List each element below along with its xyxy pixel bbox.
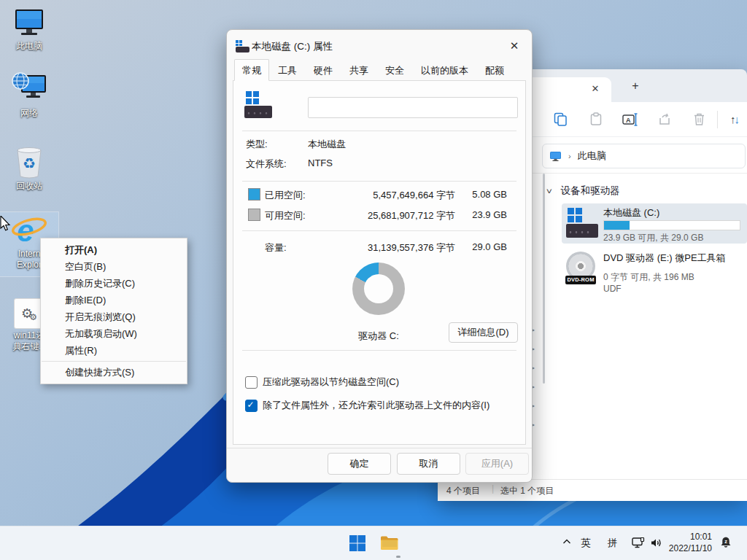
- menu-item-no-addons[interactable]: 无加载项启动(W): [41, 325, 187, 342]
- drive-item-dvd[interactable]: DVD-ROM DVD 驱动器 (E:) 微PE工具箱 0 字节 可用, 共 1…: [562, 249, 747, 290]
- separator: [242, 230, 516, 231]
- ok-button[interactable]: 确定: [328, 453, 391, 475]
- ie-context-menu: 打开(A) 空白页(B) 删除历史记录(C) 删除IE(D) 开启无痕浏览(Q)…: [40, 238, 187, 384]
- free-space-size: 23.9 GB: [472, 209, 507, 220]
- tab-close-icon[interactable]: ✕: [589, 83, 601, 95]
- tray-notification-bell-button[interactable]: z: [719, 536, 732, 551]
- drive-item-c[interactable]: 本地磁盘 (C:) 23.9 GB 可用, 共 29.0 GB: [562, 203, 747, 244]
- status-selected-count: 选中 1 个项目: [500, 485, 554, 497]
- new-tab-button[interactable]: +: [627, 78, 643, 94]
- rename-button[interactable]: A: [622, 112, 638, 127]
- drive-info: 0 字节 可用, 共 196 MB: [603, 271, 694, 284]
- drive-caption: 驱动器 C:: [335, 330, 422, 343]
- taskbar-file-explorer-button[interactable]: [378, 532, 401, 555]
- checkbox-label: 压缩此驱动器以节约磁盘空间(C): [263, 376, 399, 389]
- menu-item-open[interactable]: 打开(A): [41, 241, 187, 258]
- breadcrumb[interactable]: 此电脑: [578, 149, 606, 163]
- filesystem-label: 文件系统:: [246, 158, 287, 171]
- used-space-bytes: 5,457,649,664 字节: [373, 189, 455, 202]
- menu-item-delete-ie[interactable]: 删除IE(D): [41, 292, 187, 308]
- checkbox-label: 除了文件属性外，还允许索引此驱动器上文件的内容(I): [263, 399, 489, 412]
- index-checkbox-row[interactable]: 除了文件属性外，还允许索引此驱动器上文件的内容(I): [245, 399, 489, 412]
- separator: [227, 448, 532, 448]
- dialog-title: 本地磁盘 (C:) 属性: [252, 40, 333, 53]
- capacity-bytes: 31,139,557,376 字节: [368, 241, 455, 254]
- dialog-title-icon: [236, 40, 249, 52]
- tab-quota[interactable]: 配额: [477, 61, 512, 81]
- tab-sharing[interactable]: 共享: [341, 61, 376, 81]
- type-label: 类型:: [246, 138, 268, 151]
- svg-text:♻: ♻: [23, 155, 36, 171]
- start-button[interactable]: [346, 532, 369, 555]
- status-item-count: 4 个项目: [446, 485, 480, 497]
- free-space-swatch: [248, 209, 260, 221]
- address-bar[interactable]: › 此电脑: [542, 144, 746, 168]
- disk-usage-donut-chart: [352, 262, 405, 315]
- tray-show-hidden-icons[interactable]: [562, 537, 572, 549]
- type-value: 本地磁盘: [308, 138, 346, 151]
- taskbar: 英 拼 10:01 2022/11/10 z: [0, 526, 747, 560]
- rename-icon: A: [622, 113, 638, 126]
- tray-clock[interactable]: 10:01 2022/11/10: [669, 531, 712, 554]
- paste-button[interactable]: [588, 112, 603, 127]
- separator: [242, 350, 516, 351]
- tab-tools[interactable]: 工具: [270, 61, 305, 81]
- menu-item-inprivate[interactable]: 开启无痕浏览(Q): [41, 308, 187, 325]
- gear-icon: ⚙: [29, 312, 37, 322]
- speaker-icon: [650, 537, 663, 548]
- drive-info: 23.9 GB 可用, 共 29.0 GB: [603, 232, 703, 244]
- trash-icon: [693, 112, 705, 126]
- tab-general[interactable]: 常规: [234, 59, 269, 81]
- chevron-down-icon: ˅: [546, 187, 552, 195]
- this-pc-icon: [0, 4, 58, 39]
- svg-text:A: A: [626, 116, 631, 123]
- chevron-up-icon: [562, 537, 572, 547]
- tray-network-button[interactable]: [632, 537, 645, 551]
- sort-button[interactable]: ↑↓: [727, 112, 742, 127]
- nav-pane-scrollbar[interactable]: [543, 174, 545, 384]
- menu-item-properties[interactable]: 属性(R): [41, 342, 187, 359]
- menu-item-delete-history[interactable]: 删除历史记录(C): [41, 275, 187, 292]
- desktop-icon-this-pc[interactable]: 此电脑: [0, 4, 58, 52]
- desktop-icon-label: 回收站: [0, 181, 58, 192]
- status-divider: |: [492, 483, 494, 494]
- drive-name: DVD 驱动器 (E:) 微PE工具箱: [603, 252, 726, 265]
- desktop-icon-network[interactable]: 网络: [0, 71, 58, 119]
- share-button[interactable]: [657, 112, 673, 127]
- tab-previous-versions[interactable]: 以前的版本: [413, 61, 476, 81]
- local-disk-icon: [566, 208, 598, 239]
- dialog-tab-bar: 常规 工具 硬件 共享 安全 以前的版本 配额: [234, 63, 513, 81]
- cancel-button[interactable]: 取消: [397, 453, 460, 475]
- compress-checkbox-row[interactable]: 压缩此驱动器以节约磁盘空间(C): [245, 376, 399, 389]
- tab-hardware[interactable]: 硬件: [306, 61, 341, 81]
- capacity-label: 容量:: [265, 241, 287, 254]
- menu-separator: [42, 361, 186, 362]
- breadcrumb-chevron: ›: [568, 152, 571, 160]
- capacity-bar: [603, 220, 740, 230]
- properties-dialog: 本地磁盘 (C:) 属性 ✕ 常规 工具 硬件 共享 安全 以前的版本 配额 类…: [226, 29, 533, 483]
- network-icon: [0, 71, 58, 106]
- delete-button[interactable]: [692, 112, 707, 127]
- checkbox[interactable]: [245, 400, 258, 412]
- desktop-icon-label: 网络: [0, 108, 58, 119]
- tray-ime-language[interactable]: 英: [581, 537, 591, 550]
- share-icon: [658, 112, 672, 126]
- tab-security[interactable]: 安全: [377, 61, 412, 81]
- menu-item-create-shortcut[interactable]: 创建快捷方式(S): [41, 364, 187, 381]
- tray-date: 2022/11/10: [669, 542, 712, 554]
- network-icon: [632, 537, 645, 548]
- drive-large-icon: [244, 91, 272, 120]
- tray-volume-button[interactable]: [650, 537, 663, 551]
- menu-item-blank-page[interactable]: 空白页(B): [41, 258, 187, 275]
- desktop-icon-recycle-bin[interactable]: ♻ 回收站: [0, 144, 58, 192]
- dialog-close-button[interactable]: ✕: [506, 38, 522, 54]
- separator: [242, 181, 516, 182]
- section-devices-and-drives[interactable]: ˅ 设备和驱动器: [547, 184, 620, 198]
- capacity-size: 29.0 GB: [472, 241, 507, 252]
- tray-ime-mode[interactable]: 拼: [608, 537, 618, 550]
- volume-label-input[interactable]: [308, 97, 518, 118]
- apply-button[interactable]: 应用(A): [465, 453, 529, 475]
- details-button[interactable]: 详细信息(D): [449, 322, 518, 343]
- copy-button[interactable]: [553, 112, 568, 127]
- checkbox[interactable]: [245, 376, 258, 389]
